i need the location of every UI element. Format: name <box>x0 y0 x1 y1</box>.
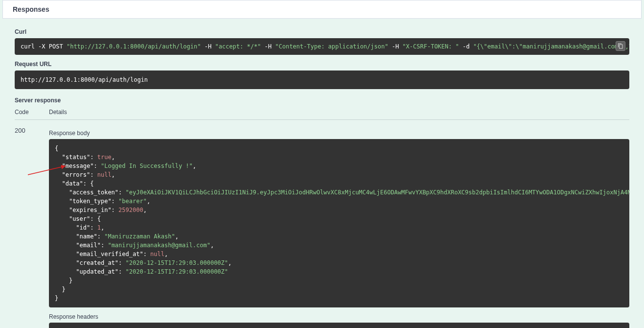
response-body-block: { "status": true, "message": "Logged In … <box>49 139 629 307</box>
curl-header-content-type: "Content-Type: application/json" <box>275 43 388 50</box>
request-url-label: Request URL <box>15 61 629 68</box>
responses-title: Responses <box>13 5 49 13</box>
server-response-label: Server response <box>15 97 629 104</box>
responses-section-header: Responses <box>2 0 642 19</box>
copy-curl-button[interactable] <box>616 41 625 51</box>
curl-block: curl -X POST "http://127.0.0.1:8000/api/… <box>15 38 629 55</box>
curl-header-accept: "accept: */*" <box>215 43 261 50</box>
curl-flag-h3: -H <box>392 43 399 50</box>
curl-flag-d: -d <box>462 43 469 50</box>
request-url-value: http://127.0.0.1:8000/api/auth/login <box>21 76 148 83</box>
details-column-header: Details <box>49 109 629 116</box>
copy-icon <box>618 43 623 49</box>
request-url-block: http://127.0.0.1:8000/api/auth/login <box>15 70 629 89</box>
response-headers-block: access-control-allow-origin: * cache-con… <box>49 323 629 328</box>
curl-flag-h2: -H <box>265 43 272 50</box>
curl-url: "http://127.0.0.1:8000/api/auth/login" <box>67 43 201 50</box>
response-body-label: Response body <box>49 130 629 137</box>
curl-body-data: "{\"email\":\"manirujjamanakash@gmail.co… <box>473 43 629 50</box>
code-column-header: Code <box>15 109 49 116</box>
curl-header-csrf: "X-CSRF-TOKEN: " <box>402 43 459 50</box>
response-row: 200 Response body { "status": true, "mes… <box>15 126 629 328</box>
curl-command: curl -X POST <box>21 43 63 50</box>
curl-flag-h1: -H <box>205 43 211 50</box>
curl-label: Curl <box>15 28 629 35</box>
status-code: 200 <box>15 126 49 134</box>
response-headers-label: Response headers <box>49 313 629 320</box>
response-table-header: Code Details <box>15 109 629 120</box>
